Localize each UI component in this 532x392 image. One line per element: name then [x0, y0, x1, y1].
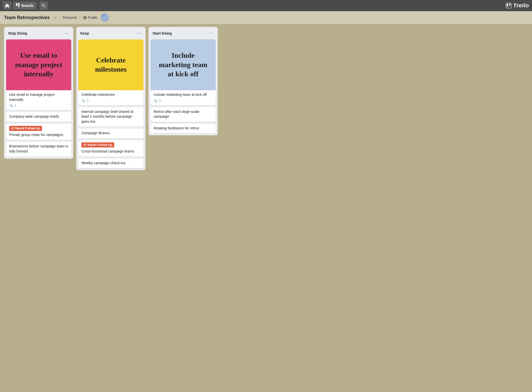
svg-rect-2: [18, 6, 20, 7]
home-button[interactable]: [3, 2, 11, 10]
divider-2: [80, 15, 80, 20]
card-title-marketing-kickoff: Include marketing team at kick off: [154, 92, 213, 97]
column-keep: Keep ··· Celebrate milestones Celebrate …: [76, 27, 145, 170]
card-title-rotating-facilitators: Rotating facilitators for retros: [154, 126, 213, 131]
card-title-use-email: Use email to manage project internally: [9, 92, 68, 102]
card-cover-text-use-email: Use email to manage project internally: [11, 51, 66, 79]
public-button[interactable]: Public: [83, 16, 98, 20]
column-header-stop-doing: Stop Doing ···: [6, 29, 71, 37]
trello-logo-text: Trello: [513, 2, 529, 9]
column-header-keep: Keep ···: [78, 29, 143, 37]
card-meta-use-email: 📎 1: [9, 104, 68, 108]
column-menu-keep[interactable]: ···: [136, 30, 142, 36]
card-cover-text-celebrate: Celebrate milestones: [83, 56, 138, 74]
attachment-icon-celebrate: 📎: [81, 99, 85, 103]
card-private-chats[interactable]: 🏷 Needs Follow-Up Private group chats fo…: [6, 124, 71, 140]
card-marketing-kickoff[interactable]: Include marketing team at kick off Inclu…: [151, 39, 216, 105]
column-title-start-doing: Start Doing: [153, 31, 172, 35]
card-cross-functional[interactable]: 🏷 Needs Follow-Up Cross-functional campa…: [78, 140, 143, 157]
card-title-company-briefs: Company-wide campaign briefs: [9, 114, 68, 119]
divider-1: [60, 15, 60, 20]
column-stop-doing: Stop Doing ··· Use email to manage proje…: [4, 27, 73, 159]
svg-point-3: [42, 4, 45, 6]
card-meta-celebrate: 📎 1: [81, 99, 140, 103]
board-title: Team Retrospectives: [4, 15, 50, 20]
card-title-retros-large-scale: Retros after each large-scale campaign: [154, 109, 213, 119]
card-body-celebrate: Celebrate milestones 📎 1: [78, 90, 143, 105]
star-button[interactable]: ☆: [53, 15, 56, 20]
card-title-bravos: Campaign Bravos: [81, 131, 140, 136]
search-button[interactable]: [40, 2, 48, 10]
trello-logo: Trello: [506, 2, 529, 9]
svg-rect-0: [16, 3, 18, 6]
attachment-count-celebrate: 1: [87, 99, 89, 102]
card-meta-marketing-kickoff: 📎 1: [154, 99, 213, 103]
card-title-internal-brief: Internal campaign brief shared at least …: [81, 109, 140, 124]
card-cover-celebrate: Celebrate milestones: [78, 39, 143, 90]
boards-button[interactable]: Boards: [13, 2, 36, 9]
attachment-icon-use-email: 📎: [9, 104, 13, 108]
card-cover-use-email: Use email to manage project internally: [6, 39, 71, 90]
label-icon-2: 🏷: [83, 143, 86, 147]
svg-rect-7: [509, 4, 510, 6]
column-menu-stop-doing[interactable]: ···: [63, 30, 70, 36]
card-celebrate[interactable]: Celebrate milestones Celebrate milestone…: [78, 39, 143, 105]
card-weekly-checkins[interactable]: Weekly campaign check-ins: [78, 159, 143, 168]
card-company-briefs[interactable]: Company-wide campaign briefs: [6, 112, 71, 122]
card-rotating-facilitators[interactable]: Rotating facilitators for retros: [151, 124, 216, 133]
card-title-celebrate: Celebrate milestones: [81, 92, 140, 97]
label-icon-1: 🏷: [11, 127, 14, 130]
card-title-private-chats: Private group chats for campaigns: [9, 132, 68, 138]
card-body-marketing-kickoff: Include marketing team at kick off 📎 1: [151, 90, 216, 105]
card-brainstorms[interactable]: Brainstorms before campaign team is full…: [6, 142, 71, 156]
card-retros-large-scale[interactable]: Retros after each large-scale campaign: [151, 107, 216, 122]
card-use-email[interactable]: Use email to manage project internally U…: [6, 39, 71, 110]
boards-icon: [16, 3, 20, 8]
card-title-cross-functional: Cross-functional campaign teams: [81, 149, 140, 154]
card-bravos[interactable]: Campaign Bravos: [78, 129, 143, 138]
avatar-image: [101, 13, 109, 22]
svg-line-4: [44, 6, 45, 7]
card-body-use-email: Use email to manage project internally 📎…: [6, 90, 71, 110]
visibility-personal: Personal: [63, 16, 77, 20]
column-start-doing: Start Doing ··· Include marketing team a…: [149, 27, 218, 135]
card-title-brainstorms: Brainstorms before campaign team is full…: [9, 144, 68, 154]
card-cover-text-marketing-kickoff: Include marketing team at kick off: [156, 51, 211, 79]
label-needs-followup-1: 🏷 Needs Follow-Up: [9, 126, 42, 131]
svg-rect-1: [18, 3, 20, 5]
column-header-start-doing: Start Doing ···: [151, 29, 216, 37]
card-internal-brief[interactable]: Internal campaign brief shared at least …: [78, 107, 143, 127]
svg-rect-6: [507, 4, 508, 7]
label-needs-followup-2: 🏷 Needs Follow-Up: [81, 142, 114, 147]
column-menu-start-doing[interactable]: ···: [208, 30, 215, 36]
column-title-stop-doing: Stop Doing: [8, 31, 27, 35]
attachment-icon-marketing: 📎: [154, 99, 158, 103]
subheader: Team Retrospectives ☆ Personal Public: [0, 11, 532, 24]
boards-label: Boards: [21, 4, 34, 8]
card-cover-marketing-kickoff: Include marketing team at kick off: [151, 39, 216, 90]
attachment-count-use-email: 1: [15, 104, 17, 108]
label-text-2: Needs Follow-Up: [87, 143, 112, 147]
label-text-1: Needs Follow-Up: [15, 127, 40, 130]
column-title-keep: Keep: [80, 31, 89, 35]
card-title-weekly-checkins: Weekly campaign check-ins: [81, 161, 140, 166]
topbar: Boards Trello: [0, 0, 532, 11]
public-label: Public: [88, 16, 98, 20]
board-area: Stop Doing ··· Use email to manage proje…: [0, 24, 532, 173]
avatar[interactable]: [101, 13, 109, 22]
attachment-count-marketing: 1: [159, 99, 161, 102]
